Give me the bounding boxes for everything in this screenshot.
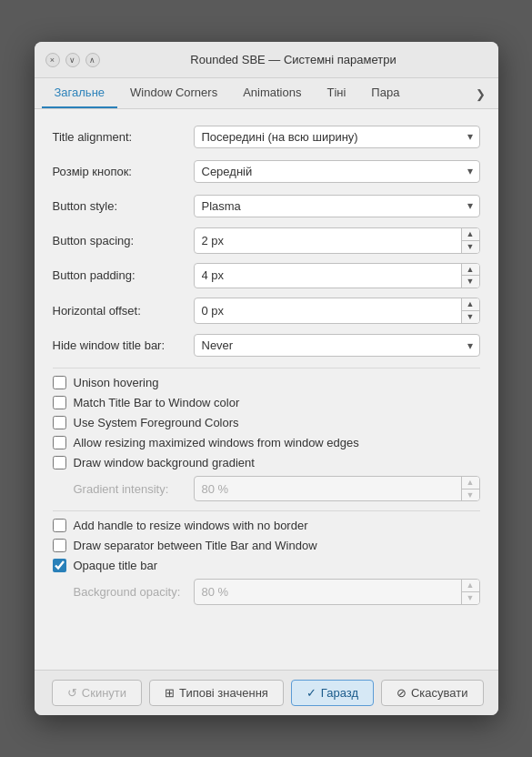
content-area: Title alignment: Посередині (на всю шири… [35,109,498,670]
horizontal-offset-spinbox: ▲ ▼ [194,298,480,324]
defaults-button[interactable]: ⊞ Типові значення [149,680,284,706]
footer: ↺ Скинути ⊞ Типові значення ✓ Гаразд ⊘ С… [35,670,498,715]
unison-hovering-label[interactable]: Unison hovering [74,376,159,389]
gradient-intensity-spinbox: ▲ ▼ [194,476,480,502]
match-titlebar-checkbox[interactable] [53,396,66,409]
button-size-control: Середній ▾ [194,160,480,183]
button-spacing-up[interactable]: ▲ [462,228,479,241]
background-opacity-row: Background opacity: ▲ ▼ [74,579,480,605]
tab-tini[interactable]: Тіні [314,78,358,108]
button-padding-down[interactable]: ▼ [462,276,479,288]
button-spacing-spinbox: ▲ ▼ [194,227,480,254]
button-padding-spin-buttons: ▲ ▼ [461,264,479,288]
tab-para[interactable]: Пара [358,78,412,108]
minimize-button[interactable]: ∨ [65,53,80,67]
draw-separator-label[interactable]: Draw separator between Title Bar and Win… [74,539,317,552]
tab-window-corners[interactable]: Window Corners [117,78,230,108]
button-padding-input[interactable] [195,265,461,286]
match-titlebar-label[interactable]: Match Title Bar to Window color [74,396,240,409]
gradient-intensity-label: Gradient intensity: [74,482,194,496]
title-alignment-control: Посередині (на всю ширину) ▾ [194,126,480,148]
checkbox-unison-hovering: Unison hovering [53,376,480,389]
title-alignment-label: Title alignment: [53,130,194,144]
cancel-icon: ⊘ [396,686,407,700]
system-foreground-checkbox[interactable] [53,416,66,429]
gradient-intensity-spin-buttons: ▲ ▼ [461,477,479,501]
background-opacity-label: Background opacity: [74,585,194,599]
maximize-button[interactable]: ∧ [85,53,100,67]
button-spacing-input[interactable] [195,230,461,251]
button-style-select-wrapper: Plasma ▾ [194,195,480,217]
button-padding-row: Button padding: ▲ ▼ [53,263,480,289]
window-controls: × ∨ ∧ [45,53,100,67]
tab-general[interactable]: Загальне [42,78,118,108]
button-style-row: Button style: Plasma ▾ [53,193,480,218]
allow-resizing-label[interactable]: Allow resizing maximized windows from wi… [74,436,359,449]
add-handle-label[interactable]: Add handle to resize windows with no bor… [74,519,308,532]
button-style-control: Plasma ▾ [194,195,480,217]
checkbox-add-handle: Add handle to resize windows with no bor… [53,519,480,532]
background-opacity-spin-buttons: ▲ ▼ [461,580,479,604]
checkbox-opaque-titlebar: Opaque title bar [53,559,480,572]
tab-bar: Загальне Window Corners Animations Тіні … [35,78,498,109]
allow-resizing-checkbox[interactable] [53,436,66,449]
button-style-select[interactable]: Plasma [194,195,480,217]
gradient-intensity-up[interactable]: ▲ [462,477,479,490]
title-alignment-select[interactable]: Посередині (на всю ширину) [194,126,480,148]
checkbox-allow-resizing: Allow resizing maximized windows from wi… [53,436,480,449]
background-opacity-up[interactable]: ▲ [462,580,479,592]
reset-label: Скинути [82,686,126,700]
button-size-select[interactable]: Середній [194,160,480,183]
gradient-intensity-down[interactable]: ▼ [462,490,479,501]
draw-separator-checkbox[interactable] [53,539,66,552]
close-button[interactable]: × [45,53,60,67]
title-alignment-row: Title alignment: Посередині (на всю шири… [53,124,480,149]
horizontal-offset-control: ▲ ▼ [194,298,480,324]
hide-titlebar-row: Hide window title bar: Never ▾ [53,333,480,358]
button-spacing-row: Button spacing: ▲ ▼ [53,227,480,254]
opaque-titlebar-checkbox[interactable] [53,559,66,572]
unison-hovering-checkbox[interactable] [53,376,66,389]
titlebar: × ∨ ∧ Rounded SBE — Системні параметри [35,42,498,78]
button-padding-spinbox: ▲ ▼ [194,263,480,289]
ok-button[interactable]: ✓ Гаразд [291,680,374,706]
defaults-icon: ⊞ [165,686,175,700]
button-padding-control: ▲ ▼ [194,263,480,289]
button-spacing-down[interactable]: ▼ [462,241,479,253]
checkbox-match-titlebar: Match Title Bar to Window color [53,396,480,409]
horizontal-offset-input[interactable] [195,300,461,321]
background-opacity-control: ▲ ▼ [194,579,480,605]
checkbox-draw-separator: Draw separator between Title Bar and Win… [53,539,480,552]
gradient-intensity-control: ▲ ▼ [194,476,480,502]
tab-animations[interactable]: Animations [230,78,314,108]
undo-icon: ↺ [67,686,77,700]
background-opacity-spinbox: ▲ ▼ [194,579,480,605]
cancel-button[interactable]: ⊘ Скасувати [381,680,484,706]
horizontal-offset-down[interactable]: ▼ [462,311,479,323]
tabs-next-arrow[interactable]: ❯ [470,80,491,108]
system-foreground-label[interactable]: Use System Foreground Colors [74,416,239,429]
opaque-titlebar-label[interactable]: Opaque title bar [74,559,158,572]
button-size-row: Розмір кнопок: Середній ▾ [53,158,480,184]
horizontal-offset-row: Horizontal offset: ▲ ▼ [53,298,480,324]
button-spacing-control: ▲ ▼ [194,227,480,254]
add-handle-checkbox[interactable] [53,519,66,532]
draw-gradient-label[interactable]: Draw window background gradient [74,456,255,469]
cancel-label: Скасувати [411,686,468,700]
hide-titlebar-select[interactable]: Never [194,334,480,357]
draw-gradient-checkbox[interactable] [53,456,66,469]
ok-label: Гаразд [321,686,358,700]
checkbox-draw-gradient: Draw window background gradient [53,456,480,469]
horizontal-offset-label: Horizontal offset: [53,304,194,318]
button-padding-up[interactable]: ▲ [462,264,479,277]
gradient-intensity-input [195,479,461,500]
defaults-label: Типові значення [179,686,268,700]
hide-titlebar-label: Hide window title bar: [53,338,194,352]
window-title: Rounded SBE — Системні параметри [100,53,487,66]
button-spacing-spin-buttons: ▲ ▼ [461,228,479,253]
divider-2 [53,510,480,511]
reset-button[interactable]: ↺ Скинути [52,680,142,706]
horizontal-offset-up[interactable]: ▲ [462,298,479,311]
background-opacity-down[interactable]: ▼ [462,592,479,604]
background-opacity-input [195,581,461,602]
